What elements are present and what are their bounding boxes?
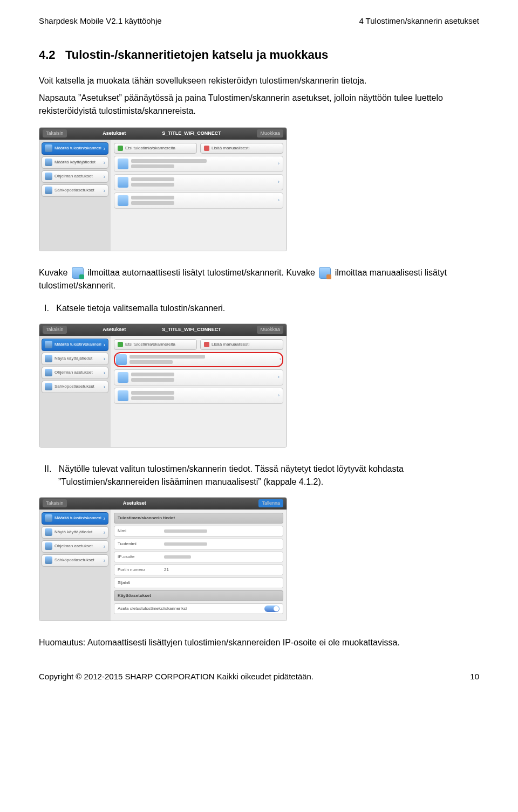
copyright: Copyright © 2012-2015 SHARP CORPORATION … (39, 671, 313, 683)
back-button[interactable]: Takaisin (43, 326, 67, 334)
section-heading: 4.2 Tulostin-/skanneritietojen katselu j… (39, 46, 479, 64)
printer-list-item[interactable]: › (114, 192, 283, 209)
page-number: 10 (470, 671, 479, 683)
sidebar-item-app[interactable]: Ohjelman asetukset› (42, 540, 108, 553)
chevron-right-icon: › (278, 178, 280, 186)
edit-button[interactable]: Muokkaa (257, 129, 283, 138)
titlebar-left: Asetukset (103, 326, 126, 334)
doc-title-right: 4 Tulostimen/skannerin asetukset (359, 15, 479, 27)
sidebar-item-user[interactable]: Näytä käyttäjätiedot› (42, 353, 108, 365)
section-title-text: Tulostin-/skanneritietojen katselu ja mu… (65, 48, 328, 61)
back-button[interactable]: Takaisin (43, 129, 67, 138)
roman-II: II. (44, 464, 51, 473)
intro-para-1: Voit katsella ja muokata tähän sovelluks… (39, 74, 479, 87)
titlebar-left: Asetukset (103, 130, 126, 137)
details-header: Tulostimen/skannerin tiedot (114, 513, 283, 524)
screenshot-settings-list: Takaisin Asetukset S_TITLE_WIFI_CONNECT … (39, 127, 287, 251)
auto-added-icon (72, 267, 84, 279)
add-manually-button[interactable]: Lisää manuaalisesti (200, 143, 283, 154)
sidebar-item-email[interactable]: Sähköpostiasetukset› (42, 184, 108, 197)
printer-list-item[interactable]: › (114, 156, 283, 172)
printer-list-item[interactable]: › (114, 388, 283, 404)
field-port[interactable]: Portin numero21 (114, 565, 283, 575)
mail-icon (45, 187, 52, 194)
field-name[interactable]: Nimi (114, 526, 283, 536)
doc-title-left: Sharpdesk Mobile V2.1 käyttöohje (39, 15, 162, 27)
default-toggle-row[interactable]: Aseta oletustulostimeksi/skanneriksi (114, 603, 283, 614)
usage-header: Käyttöasetukset (114, 590, 283, 601)
screenshot-select-printer: Takaisin Asetukset S_TITLE_WIFI_CONNECT … (39, 324, 287, 448)
sidebar-item-printer-scanner[interactable]: Määritä tulostin/skanneri› (42, 142, 108, 155)
sidebar-item-printer-scanner[interactable]: Määritä tulostin/skanneri› (42, 512, 108, 525)
chevron-right-icon: › (104, 144, 105, 153)
sidebar-item-app[interactable]: Ohjelman asetukset› (42, 367, 108, 379)
field-ip[interactable]: IP-osoite (114, 552, 283, 562)
toggle-switch[interactable] (264, 605, 280, 612)
search-printers-button[interactable]: Etsi tulostimia/skannereita (114, 143, 197, 154)
edit-button[interactable]: Muokkaa (257, 326, 283, 334)
note-text: Huomautus: Automaattisesti lisättyjen tu… (39, 636, 479, 649)
titlebar-center: S_TITLE_WIFI_CONNECT (162, 130, 221, 137)
gear-icon (45, 173, 52, 180)
chevron-right-icon: › (104, 187, 105, 195)
plus-icon (204, 146, 209, 151)
step-I: I. Katsele tietoja valitsemalla tulostin… (39, 302, 479, 315)
printer-auto-icon (118, 159, 128, 169)
search-icon (118, 146, 123, 151)
sidebar-item-app[interactable]: Ohjelman asetukset› (42, 170, 108, 183)
field-location[interactable]: Sijainti (114, 577, 283, 588)
chevron-right-icon: › (278, 160, 280, 168)
chevron-right-icon: › (104, 173, 105, 181)
printer-list-item[interactable]: › (114, 369, 283, 386)
icon-explanation: Kuvake ilmoittaa automaattisesti lisätyt… (39, 266, 479, 292)
intro-para-2: Napsauta ”Asetukset” päänäytössä ja pain… (39, 92, 479, 118)
printer-auto-icon (118, 177, 128, 188)
sidebar-item-email[interactable]: Sähköpostiasetukset› (42, 381, 108, 393)
printer-icon (45, 144, 52, 152)
sidebar-item-email[interactable]: Sähköpostiasetukset› (42, 554, 108, 567)
titlebar-center: S_TITLE_WIFI_CONNECT (162, 326, 221, 334)
section-number: 4.2 (39, 48, 56, 61)
field-product[interactable]: Tuotenimi (114, 539, 283, 549)
add-manually-button[interactable]: Lisää manuaalisesti (200, 339, 283, 350)
step-II: II. Näytölle tulevat valitun tulostimen/… (39, 463, 479, 488)
titlebar-left: Asetukset (123, 500, 146, 507)
back-button[interactable]: Takaisin (43, 499, 67, 508)
sidebar-item-printer-scanner[interactable]: Määritä tulostin/skanneri› (42, 339, 108, 351)
save-button[interactable]: Tallenna (258, 499, 283, 508)
chevron-right-icon: › (104, 159, 105, 167)
sidebar-item-user[interactable]: Määritä käyttäjätiedot› (42, 156, 108, 169)
printer-list-item-highlighted[interactable]: › (114, 352, 283, 367)
chevron-right-icon: › (278, 197, 280, 204)
search-printers-button[interactable]: Etsi tulostimia/skannereita (114, 339, 197, 350)
roman-I: I. (44, 304, 49, 313)
printer-list-item[interactable]: › (114, 174, 283, 190)
port-value: 21 (164, 567, 169, 573)
printer-auto-icon (118, 195, 128, 206)
sidebar-item-user[interactable]: Näytä käyttäjätiedot› (42, 526, 108, 539)
manual-added-icon (319, 267, 331, 279)
user-icon (45, 159, 52, 166)
screenshot-printer-details: Takaisin Asetukset Tallenna Määritä tulo… (39, 497, 287, 621)
